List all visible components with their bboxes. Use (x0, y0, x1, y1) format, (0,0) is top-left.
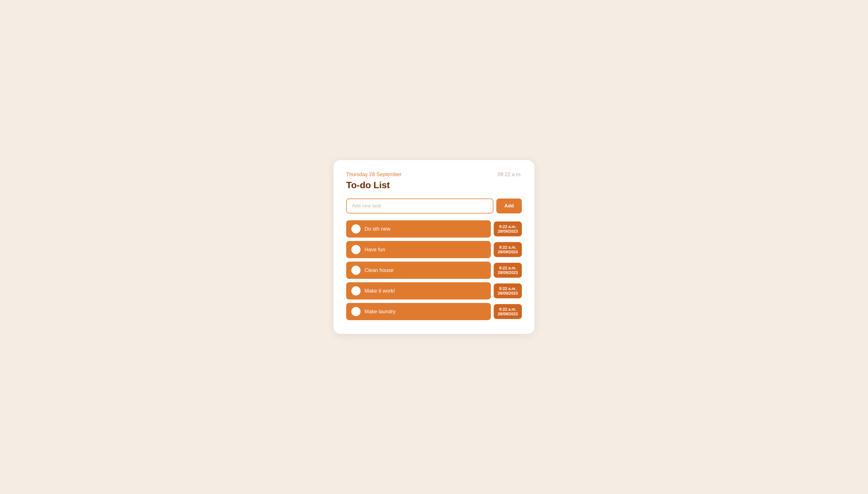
task-input[interactable] (346, 198, 494, 213)
page-title: To-do List (346, 180, 522, 190)
task-item-1[interactable]: Do sth new (346, 220, 491, 238)
task-item-5[interactable]: Make laundry (346, 303, 491, 320)
task-text: Clean house (365, 267, 393, 273)
task-time: 9:22 a.m. (498, 286, 518, 291)
task-row: Clean house9:22 a.m.28/09/2023 (346, 262, 522, 279)
task-timestamp: 9:22 a.m.28/09/2023 (494, 304, 522, 319)
task-row: Do sth new9:22 a.m.28/09/2023 (346, 220, 522, 238)
task-checkbox[interactable] (351, 307, 361, 316)
task-date: 28/09/2023 (498, 250, 518, 254)
task-checkbox[interactable] (351, 286, 361, 296)
task-checkbox[interactable] (351, 266, 361, 275)
task-list: Do sth new9:22 a.m.28/09/2023Have fun9:2… (346, 220, 522, 320)
task-timestamp: 9:22 a.m.28/09/2023 (494, 283, 522, 298)
task-time: 9:22 a.m. (498, 307, 518, 311)
task-item-4[interactable]: Make it work! (346, 282, 491, 300)
todo-card: Thursday 28 September 09:22 a.m. To-do L… (334, 160, 534, 334)
task-date: 28/09/2023 (498, 291, 518, 296)
task-text: Have fun (365, 247, 385, 253)
task-checkbox[interactable] (351, 224, 361, 233)
add-button[interactable]: Add (496, 198, 522, 213)
date-label: Thursday 28 September (346, 172, 402, 177)
task-time: 9:22 a.m. (498, 245, 518, 250)
task-item-2[interactable]: Have fun (346, 241, 491, 258)
task-date: 28/09/2023 (498, 311, 518, 316)
time-label: 09:22 a.m. (497, 172, 522, 177)
task-text: Make laundry (365, 309, 395, 315)
task-time: 9:22 a.m. (498, 224, 518, 229)
task-checkbox[interactable] (351, 245, 361, 254)
task-text: Make it work! (365, 288, 395, 294)
task-timestamp: 9:22 a.m.28/09/2023 (494, 263, 522, 278)
task-timestamp: 9:22 a.m.28/09/2023 (494, 222, 522, 236)
add-task-row: Add (346, 198, 522, 213)
task-row: Have fun9:22 a.m.28/09/2023 (346, 241, 522, 258)
task-date: 28/09/2023 (498, 270, 518, 275)
task-row: Make it work!9:22 a.m.28/09/2023 (346, 282, 522, 300)
task-time: 9:22 a.m. (498, 266, 518, 270)
task-row: Make laundry9:22 a.m.28/09/2023 (346, 303, 522, 320)
task-timestamp: 9:22 a.m.28/09/2023 (494, 242, 522, 257)
task-text: Do sth new (365, 226, 390, 232)
task-date: 28/09/2023 (498, 229, 518, 233)
task-item-3[interactable]: Clean house (346, 262, 491, 279)
card-header: Thursday 28 September 09:22 a.m. (346, 172, 522, 177)
